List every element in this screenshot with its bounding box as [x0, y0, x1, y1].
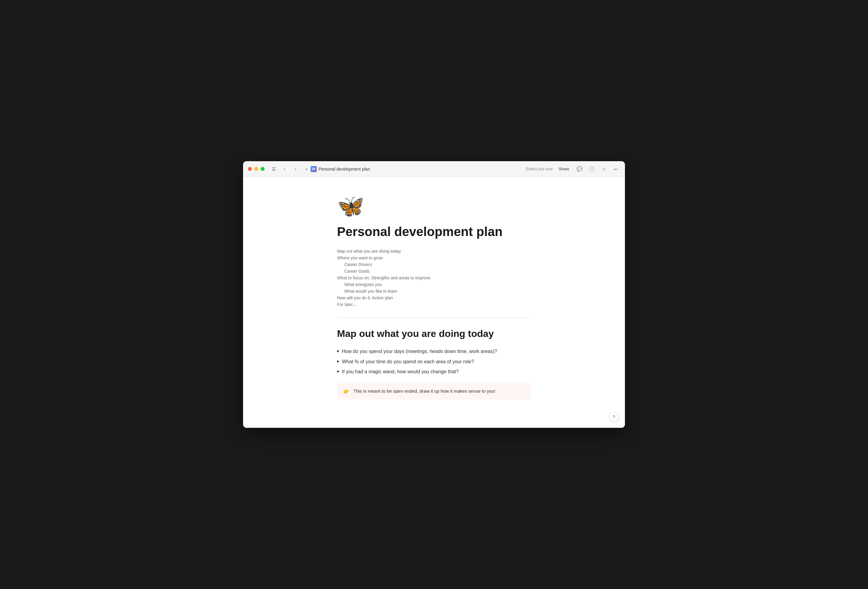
add-page-button[interactable]: + — [302, 165, 311, 173]
clock-icon: 🕐 — [589, 166, 595, 172]
callout-text: This is meant to be open ended, draw it … — [353, 388, 496, 395]
callout-emoji: 👉 — [343, 388, 350, 395]
more-icon: ••• — [614, 167, 618, 171]
titlebar-actions: Edited just now Share 💬 🕐 ☆ ••• — [526, 165, 620, 173]
toc-item-5[interactable]: What to focus on: Strengths and areas to… — [337, 275, 531, 281]
bullet-dot-1 — [337, 350, 339, 352]
comment-button[interactable]: 💬 — [575, 165, 584, 173]
favorite-button[interactable]: ☆ — [599, 165, 608, 173]
traffic-lights — [248, 167, 264, 171]
bullet-text-3: If you had a magic wand, how would you c… — [342, 368, 459, 376]
star-icon: ☆ — [602, 166, 606, 172]
app-window: ☰ ‹ › + W Personal development plan Edit… — [243, 161, 625, 428]
forward-button[interactable]: › — [291, 165, 300, 173]
back-button[interactable]: ‹ — [280, 165, 289, 173]
table-of-contents: Map out what you are doing today Where y… — [337, 248, 531, 308]
page-title[interactable]: Personal development plan — [337, 224, 531, 239]
minimize-button[interactable] — [254, 167, 258, 171]
page-content[interactable]: 🦋 Personal development plan Map out what… — [243, 177, 625, 428]
comment-icon: 💬 — [577, 166, 583, 172]
page-icon[interactable]: 🦋 — [337, 195, 531, 217]
help-icon: ? — [613, 415, 615, 419]
app-logo: W — [311, 166, 317, 172]
document-page: 🦋 Personal development plan Map out what… — [325, 177, 543, 424]
toc-item-3[interactable]: Career Drivers — [337, 261, 531, 268]
titlebar: ☰ ‹ › + W Personal development plan Edit… — [243, 161, 625, 177]
share-button[interactable]: Share — [556, 165, 571, 173]
bullet-text-2: What % of your time do you spend on each… — [342, 358, 474, 366]
callout-box: 👉 This is meant to be open ended, draw i… — [337, 383, 531, 400]
section1-bullets: How do you spend your days (meetings, he… — [337, 346, 531, 377]
hamburger-icon: ☰ — [272, 167, 276, 171]
maximize-button[interactable] — [261, 167, 264, 171]
toc-item-9[interactable]: For later.... — [337, 301, 531, 308]
section-divider — [337, 317, 531, 318]
bullet-item-3: If you had a magic wand, how would you c… — [337, 367, 531, 377]
bullet-dot-2 — [337, 360, 339, 362]
close-button[interactable] — [248, 167, 252, 171]
bullet-dot-3 — [337, 371, 339, 372]
bullet-item-2: What % of your time do you spend on each… — [337, 357, 531, 367]
plus-icon: + — [305, 167, 308, 171]
toc-item-1[interactable]: Map out what you are doing today — [337, 248, 531, 254]
forward-icon: › — [295, 167, 297, 171]
toc-item-2[interactable]: Where you want to grow — [337, 254, 531, 261]
section1-heading: Map out what you are doing today — [337, 328, 531, 340]
edited-status: Edited just now — [526, 167, 552, 171]
nav-controls: ☰ ‹ › + — [269, 165, 311, 173]
back-icon: ‹ — [284, 167, 285, 171]
help-button[interactable]: ? — [609, 412, 619, 422]
more-options-button[interactable]: ••• — [612, 165, 620, 173]
history-button[interactable]: 🕐 — [588, 165, 596, 173]
window-title: Personal development plan — [319, 167, 370, 171]
toc-item-8[interactable]: How will you do it: Action plan — [337, 294, 531, 301]
toc-item-6[interactable]: What energizes you — [337, 281, 531, 288]
bullet-item-1: How do you spend your days (meetings, he… — [337, 346, 531, 357]
toc-item-7[interactable]: What would you like to learn — [337, 288, 531, 294]
bullet-text-1: How do you spend your days (meetings, he… — [342, 347, 497, 356]
toc-item-4[interactable]: Career Goals — [337, 268, 531, 275]
sidebar-toggle-button[interactable]: ☰ — [269, 165, 278, 173]
